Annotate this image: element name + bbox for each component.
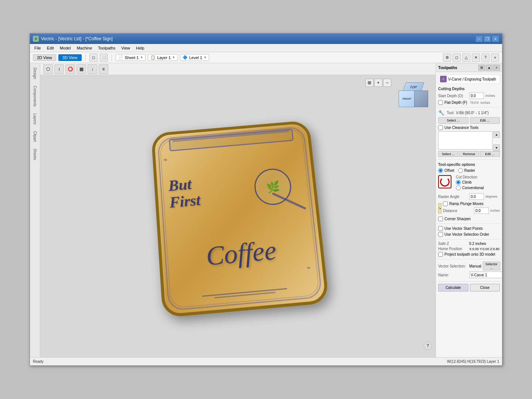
raster-label: Raster — [464, 168, 475, 173]
selector-button[interactable]: Selector ... — [483, 262, 500, 270]
safe-z-label: Safe Z — [438, 242, 468, 246]
toolbar-separator — [85, 54, 86, 61]
panel-header: Toolpaths ⊞ ▲ × — [436, 63, 502, 72]
sidebar-tab-clipart[interactable]: Clipart — [31, 128, 38, 145]
right-panel: Toolpaths ⊞ ▲ × V V-Carve / Engraving To… — [436, 63, 502, 357]
menu-model[interactable]: Model — [57, 45, 74, 51]
zoom-out-button[interactable]: − — [383, 79, 391, 87]
corner-sharpen-row: Corner Sharpen — [438, 216, 500, 221]
offset-radio[interactable] — [438, 168, 443, 173]
safe-z-row: Safe Z 0.2 inches — [438, 242, 500, 246]
view-icon-btn2[interactable]: ⬜ — [100, 54, 108, 62]
zoom-fit-button[interactable]: ⊞ — [365, 79, 374, 87]
menu-view[interactable]: View — [118, 45, 133, 51]
view-2d-button[interactable]: 2D View — [33, 54, 56, 61]
name-input[interactable] — [469, 272, 502, 278]
layer-dropdown[interactable]: 📋 Layer 1 ▼ — [148, 54, 178, 61]
layer-label: Layer 1 — [157, 55, 171, 60]
panel-btn-icons[interactable]: ⊞ — [478, 65, 485, 71]
canvas-3d: 🌿 But First — [40, 75, 436, 357]
zoom-in-button[interactable]: + — [374, 79, 382, 87]
start-depth-input[interactable] — [469, 92, 484, 99]
sheet-dropdown[interactable]: 📄 Sheet 1 ▼ — [116, 54, 146, 61]
status-ready: Ready — [33, 359, 44, 364]
vector-selection-order-checkbox[interactable] — [438, 232, 443, 237]
clearance-area: ▲ ▼ — [438, 131, 500, 151]
raster-angle-input[interactable] — [469, 193, 484, 200]
toolbar-right-btn5[interactable]: ? — [481, 54, 490, 62]
clearance-tools-label: Use Clearance Tools — [444, 126, 478, 130]
minimize-button[interactable]: − — [475, 35, 483, 42]
help-button[interactable]: ? — [424, 342, 432, 350]
status-dimensions: W(12.8245) H(19.7923) Layer 1 — [447, 359, 499, 364]
tool-select-button[interactable]: Select ... — [438, 117, 468, 124]
vector-selection-order-label: Use Vector Selection Order — [444, 232, 489, 236]
sidebar-tab-design[interactable]: Design — [31, 65, 38, 82]
project-toolpath-row: Project toolpath onto 3D model — [438, 252, 500, 257]
corner-sharpen-checkbox[interactable] — [438, 216, 443, 221]
ramp-plunge-checkbox[interactable] — [443, 201, 448, 206]
tool-edit-button[interactable]: Edit ... — [470, 117, 500, 124]
tool-label: Tool: — [447, 111, 454, 115]
toolbar-right-btn1[interactable]: ⚙ — [443, 54, 451, 62]
panel-close-button[interactable]: Close — [470, 284, 500, 291]
level-dropdown[interactable]: 🔷 Level 1 ▼ — [180, 54, 209, 61]
project-toolpath-checkbox[interactable] — [438, 252, 443, 257]
canvas-tool-home[interactable]: ⬡ — [43, 64, 53, 74]
panel-btn-close[interactable]: × — [493, 65, 500, 71]
toolbar-separator2 — [112, 54, 112, 61]
maximize-button[interactable]: ❐ — [484, 35, 491, 42]
nav-cube[interactable]: TOP FRONT — [399, 82, 428, 112]
clearance-tools-checkbox[interactable] — [438, 125, 443, 130]
menu-file[interactable]: File — [31, 45, 44, 51]
canvas-tool-down[interactable]: ↓ — [88, 64, 97, 74]
canvas-tool-select[interactable]: ↕ — [54, 64, 64, 74]
conventional-radio[interactable] — [456, 185, 461, 190]
toolbar-right-btn4[interactable]: ✕ — [472, 54, 480, 62]
sidebar-tab-components[interactable]: Components — [31, 83, 38, 110]
left-sidebar: Design Components Layers Clipart Sheets — [30, 63, 40, 357]
menu-machine[interactable]: Machine — [74, 45, 95, 51]
sheet-icon-btn[interactable]: ◻ — [89, 54, 98, 62]
scroll-down-button[interactable]: ▼ — [493, 144, 500, 151]
clearance-edit-button[interactable]: Edit ... — [480, 151, 500, 157]
menu-edit[interactable]: Edit — [44, 45, 57, 51]
vector-start-checkbox[interactable] — [438, 226, 443, 231]
clearance-controls: Select ... Remove Edit ... — [438, 151, 500, 157]
flat-depth-checkbox[interactable] — [438, 100, 443, 105]
toolbar-right-btn6[interactable]: » — [491, 54, 499, 62]
climb-radio[interactable] — [456, 180, 461, 185]
sheet-arrow-icon: ▼ — [140, 56, 143, 59]
canvas-tool-circle[interactable]: ⭕ — [65, 64, 75, 74]
canvas-tool-grid[interactable]: ▦ — [76, 64, 86, 74]
level-icon: 🔷 — [183, 55, 188, 60]
raster-angle-unit: degrees — [485, 195, 498, 198]
toolbar-right-btn2[interactable]: ◻ — [453, 54, 461, 62]
panel-btn-up[interactable]: ▲ — [486, 65, 492, 71]
canvas-tool-lines[interactable]: ≡ — [99, 64, 108, 74]
clearance-remove-button[interactable]: Remove — [459, 151, 479, 157]
calculate-button[interactable]: Calculate — [438, 284, 468, 291]
home-position-label: Home Position — [438, 247, 468, 251]
cutting-depths-label: Cutting Depths — [438, 87, 500, 91]
scrollbar-buttons: ▲ ▼ — [493, 131, 500, 151]
distance-input[interactable] — [474, 207, 489, 214]
sep1 — [438, 107, 500, 108]
view-3d-button[interactable]: 3D View — [58, 54, 82, 61]
toolpath-item[interactable]: V V-Carve / Engraving Toolpath — [438, 74, 500, 84]
start-depth-label: Start Depth (D) — [438, 94, 468, 98]
close-button[interactable]: × — [492, 35, 499, 42]
menu-help[interactable]: Help — [133, 45, 147, 51]
toolbar-right-btn3[interactable]: △ — [462, 54, 470, 62]
safe-z-value: 0.2 inches — [469, 242, 486, 246]
vector-selection-row: Vector Selection: Manual Selector ... — [438, 262, 500, 270]
menu-toolpaths[interactable]: Toolpaths — [95, 45, 118, 51]
raster-radio[interactable] — [458, 168, 463, 173]
sidebar-tab-layers[interactable]: Layers — [31, 110, 38, 127]
clearance-select-button[interactable]: Select ... — [438, 151, 458, 157]
sidebar-tab-sheets[interactable]: Sheets — [31, 146, 38, 163]
vector-selection-label: Vector Selection: — [438, 264, 468, 268]
offset-raster-group: Offset Raster — [438, 168, 500, 174]
scroll-up-button[interactable]: ▲ — [493, 131, 500, 138]
panel-title: Toolpaths — [438, 65, 457, 70]
